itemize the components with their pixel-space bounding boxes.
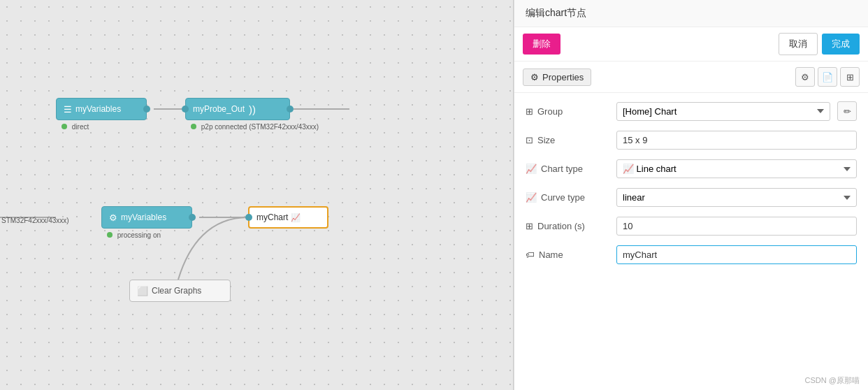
node-myVariables1[interactable]: ☰ myVariables [56,98,147,120]
myChart-label: myChart [256,212,288,222]
chart-type-icon: 📈 [526,164,537,174]
myVariables1-port-right[interactable] [143,106,150,113]
curve-type-select-wrapper[interactable]: linear smooth step [616,188,857,207]
group-select[interactable]: [Home] Chart [616,102,830,121]
done-button[interactable]: 完成 [822,34,860,55]
myVariables1-icon: ☰ [64,104,72,115]
chart-type-select[interactable]: 📈 Line chart Bar chart Pie chart [616,159,857,178]
myProbeOut-sublabel: p2p connected (STM32F42xxx/43xxx) [191,123,319,131]
cancel-button[interactable]: 取消 [779,33,818,55]
curve-type-icon: 📈 [526,192,537,203]
myVariables1-label: myVariables [75,104,121,114]
myVariables2-status-dot [107,232,113,238]
group-edit-button[interactable]: ✏ [837,101,857,121]
properties-form: ⊞ Group [Home] Chart ✏ ⊡ Size 📈 Chart ty… [514,93,868,273]
chart-type-select-wrapper[interactable]: 📈 Line chart Bar chart Pie chart [616,159,857,178]
size-icon: ⊡ [526,135,533,145]
gear-tab-icon: ⚙ [530,72,539,82]
duration-row: ⊞ Duration (s) [526,217,857,236]
curve-type-select[interactable]: linear smooth step [616,188,857,207]
myVariables2-port-right[interactable] [189,214,196,221]
duration-label: ⊞ Duration (s) [526,221,609,231]
connections-svg [0,0,513,390]
clearGraphs-label: Clear Graphs [152,286,201,296]
name-input[interactable] [616,245,857,264]
chart-type-label: 📈 Chart type [526,164,609,174]
chart-type-row: 📈 Chart type 📈 Line chart Bar chart Pie … [526,159,857,178]
delete-button[interactable]: 删除 [523,34,560,55]
name-label: 🏷 Name [526,250,609,260]
node-canvas[interactable]: ☰ myVariables direct myProbe_Out )) p2p … [0,0,514,390]
panel-toolbar: 删除 取消 完成 [514,27,868,62]
node-clearGraphs[interactable]: ⬜ Clear Graphs [129,280,231,302]
panel-tabs: ⚙ Properties ⚙ 📄 ⊞ [514,62,868,93]
group-label: ⊞ Group [526,106,609,117]
tab-settings-icon-btn[interactable]: ⚙ [795,67,815,87]
curve-type-label: 📈 Curve type [526,192,609,203]
myProbeOut-label: myProbe_Out [193,104,245,114]
size-input[interactable] [616,131,857,150]
duration-icon: ⊞ [526,221,533,231]
myVariables2-icon: ⚙ [109,212,117,223]
group-row: ⊞ Group [Home] Chart ✏ [526,101,857,121]
size-row: ⊡ Size [526,131,857,150]
clearGraphs-icon: ⬜ [137,286,148,296]
curve-type-row: 📈 Curve type linear smooth step [526,188,857,207]
tab-icon-buttons: ⚙ 📄 ⊞ [795,67,860,87]
right-panel: 编辑chart节点 删除 取消 完成 ⚙ Properties ⚙ 📄 ⊞ ⊞ … [514,0,868,390]
size-label: ⊡ Size [526,135,609,145]
name-icon: 🏷 [526,250,535,260]
tab-properties[interactable]: ⚙ Properties [523,68,591,86]
stm-label: STM32F42xxx/43xxx) [1,217,69,224]
panel-title: 编辑chart节点 [526,7,586,18]
myVariables2-label: myVariables [121,212,166,222]
group-icon: ⊞ [526,106,533,117]
node-myProbeOut[interactable]: myProbe_Out )) [185,98,290,120]
panel-header: 编辑chart节点 [514,0,868,27]
footer-credit: CSDN @原那喵 [514,371,868,390]
node-myVariables2[interactable]: ⚙ myVariables [101,206,192,229]
myChart-chart-icon: 📈 [291,213,301,222]
node-myChart[interactable]: myChart 📈 [248,206,328,229]
myChart-port-left[interactable] [245,214,252,221]
myProbeOut-port-right[interactable] [287,106,294,113]
duration-input[interactable] [616,217,857,236]
tab-properties-label: Properties [542,72,584,82]
group-select-wrapper[interactable]: [Home] Chart [616,102,830,121]
tab-grid-icon-btn[interactable]: ⊞ [840,67,860,87]
name-row: 🏷 Name [526,245,857,264]
myVariables1-sublabel: direct [62,123,89,131]
tab-doc-icon-btn[interactable]: 📄 [818,67,837,87]
myProbeOut-status-dot [191,124,196,129]
myVariables1-status-dot [62,124,67,129]
myProbeOut-port-left[interactable] [182,106,189,113]
myProbeOut-wave-icon: )) [249,103,256,115]
myVariables2-sublabel: processing on [107,231,161,239]
